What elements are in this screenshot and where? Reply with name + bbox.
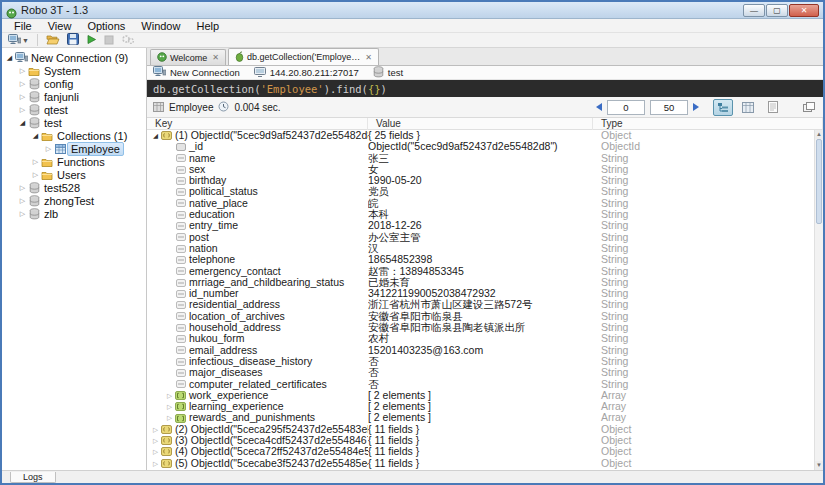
table-row[interactable]: residential_address浙江省杭州市萧山区建设三路572号Stri… (147, 299, 823, 310)
table-row[interactable]: ▷learning_experience[ 2 elements ]Array (147, 401, 823, 412)
sidebar-item-functions[interactable]: ▷Functions (2, 155, 146, 168)
expand-arrow-icon[interactable]: ▷ (18, 93, 27, 101)
menu-window[interactable]: Window (133, 19, 188, 33)
table-row[interactable]: native_place皖String (147, 198, 823, 209)
table-row[interactable]: ▷(2) ObjectId("5ceca295f52437d2e55483eb"… (147, 424, 823, 435)
expand-arrow-icon[interactable]: ▷ (18, 67, 27, 75)
table-row[interactable]: emergency_contact赵雷：13894853345String (147, 266, 823, 277)
sidebar-item-qtest[interactable]: ▷qtest (2, 103, 146, 116)
column-header-type[interactable]: Type (593, 118, 823, 130)
table-row[interactable]: post办公室主管String (147, 232, 823, 243)
table-row[interactable]: ▷work_experience[ 2 elements ]Array (147, 390, 823, 401)
expand-arrow-icon[interactable]: ▷ (18, 197, 27, 205)
stop-button[interactable] (102, 33, 116, 47)
table-row[interactable]: major_diseases否String (147, 367, 823, 378)
query-editor[interactable]: db.getCollection('Employee').find({}) (147, 80, 823, 97)
page-next-icon[interactable] (693, 103, 699, 111)
maximize-button[interactable]: ▢ (766, 4, 788, 17)
vertical-scrollbar[interactable]: ▲ ▼ (814, 130, 823, 470)
expand-arrow-icon[interactable]: ▷ (18, 80, 27, 88)
save-button[interactable] (65, 33, 81, 47)
sidebar-item-system[interactable]: ▷System (2, 64, 146, 77)
menu-help[interactable]: Help (188, 19, 227, 33)
table-row[interactable]: ▷rewards_and_punishments[ 2 elements ]Ar… (147, 412, 823, 423)
table-row[interactable]: mrriage_and_childbearing_status已婚未育Strin… (147, 277, 823, 288)
table-row[interactable]: email_address15201403235@163.comString (147, 345, 823, 356)
scroll-down-icon[interactable]: ▼ (815, 461, 823, 470)
text-view-button[interactable] (763, 99, 783, 116)
tab-close-icon[interactable]: ✕ (365, 53, 372, 62)
page-prev-icon[interactable] (596, 103, 602, 111)
column-header-value[interactable]: Value (368, 118, 593, 130)
table-row[interactable]: name张三String (147, 153, 823, 164)
table-row[interactable]: id_number3412211990052038472932String (147, 288, 823, 299)
expand-arrow-icon[interactable]: ▷ (151, 458, 160, 469)
table-row[interactable]: entry_time2018-12-26String (147, 220, 823, 231)
tab-close-icon[interactable]: ✕ (212, 53, 219, 62)
scrollbar-thumb[interactable] (816, 139, 822, 224)
table-row[interactable]: ▷(4) ObjectId("5ceca72ff52437d2e55484e5"… (147, 446, 823, 457)
options-button[interactable] (119, 33, 137, 47)
table-row[interactable]: _idObjectId("5cec9d9af52437d2e55482d8")O… (147, 141, 823, 152)
collapse-arrow-icon[interactable]: ◢ (5, 54, 14, 62)
collapse-arrow-icon[interactable]: ◢ (31, 132, 40, 140)
logs-button[interactable]: Logs (10, 472, 56, 483)
table-row[interactable]: telephone18654852398String (147, 254, 823, 265)
collapse-arrow-icon[interactable]: ◢ (18, 119, 27, 127)
tab-query[interactable]: db.getCollection('Employe…✕ (228, 48, 379, 65)
expand-arrow-icon[interactable]: ▷ (165, 401, 174, 412)
tab-welcome[interactable]: Welcome✕ (150, 49, 226, 65)
sidebar-item-zhongtest[interactable]: ▷zhongTest (2, 194, 146, 207)
sidebar-item-fanjunli[interactable]: ▷fanjunli (2, 90, 146, 103)
execute-button[interactable] (84, 33, 99, 47)
expand-arrow-icon[interactable]: ▷ (18, 184, 27, 192)
close-button[interactable]: ✕ (789, 4, 819, 17)
sidebar-item-users[interactable]: ▷Users (2, 168, 146, 181)
expand-arrow-icon[interactable]: ▷ (31, 171, 40, 179)
expand-arrow-icon[interactable]: ▷ (165, 412, 174, 423)
table-row[interactable]: location_of_archives安徽省阜阳市临泉县String (147, 311, 823, 322)
table-row[interactable]: birthday1990-05-20String (147, 175, 823, 186)
dropdown-arrow-icon[interactable]: ▼ (22, 37, 29, 44)
expand-arrow-icon[interactable]: ▷ (44, 145, 53, 153)
sidebar-item-test[interactable]: ◢test (2, 116, 146, 129)
expand-arrow-icon[interactable]: ▷ (151, 446, 160, 457)
minimize-button[interactable]: — (743, 4, 765, 17)
column-header-key[interactable]: Key (147, 118, 368, 130)
scroll-up-icon[interactable]: ▲ (815, 130, 823, 139)
sidebar-item-zlb[interactable]: ▷zlb (2, 207, 146, 220)
open-button[interactable] (44, 33, 62, 47)
expand-arrow-icon[interactable]: ▷ (18, 210, 27, 218)
table-row[interactable]: ▷(5) ObjectId("5cecabe3f52437d2e55485e4"… (147, 458, 823, 469)
page-start-input[interactable] (607, 100, 645, 115)
sidebar-item-label: New Connection (9) (28, 52, 131, 64)
table-row[interactable]: political_status党员String (147, 186, 823, 197)
table-view-button[interactable] (738, 99, 758, 116)
sidebar-item-employee[interactable]: ▷Employee (2, 142, 146, 155)
sidebar-item-test528[interactable]: ▷test528 (2, 181, 146, 194)
tree-view-button[interactable] (713, 99, 733, 116)
expand-arrow-icon[interactable]: ▷ (18, 106, 27, 114)
table-row[interactable]: ▷(3) ObjectId("5ceca4cdf52437d2e5548467"… (147, 435, 823, 446)
table-row[interactable]: hukou_form农村String (147, 333, 823, 344)
table-row[interactable]: education本科String (147, 209, 823, 220)
table-row[interactable]: sex女String (147, 164, 823, 175)
row-type: Object (593, 435, 823, 446)
table-row[interactable]: computer_related_certificates否String (147, 379, 823, 390)
detach-window-button[interactable] (799, 99, 819, 116)
window-title: Robo 3T - 1.3 (21, 2, 88, 19)
table-row[interactable]: infectious_disease_history否String (147, 356, 823, 367)
sidebar-item-new-connection-9[interactable]: ◢New Connection (9) (2, 51, 146, 64)
expand-arrow-icon[interactable]: ▷ (151, 435, 160, 446)
connections-button[interactable]: ▼ (6, 33, 31, 47)
expand-arrow-icon[interactable]: ▷ (31, 158, 40, 166)
table-row[interactable]: household_address安徽省阜阳市临泉县陶老镇派出所String (147, 322, 823, 333)
table-row[interactable]: nation汉String (147, 243, 823, 254)
collapse-arrow-icon[interactable]: ◢ (151, 130, 160, 141)
sidebar-item-config[interactable]: ▷config (2, 77, 146, 90)
page-size-input[interactable] (650, 100, 688, 115)
table-row[interactable]: ◢(1) ObjectId("5cec9d9af52437d2e55482d8"… (147, 130, 823, 141)
expand-arrow-icon[interactable]: ▷ (165, 390, 174, 401)
sidebar-item-collections-1[interactable]: ◢Collections (1) (2, 129, 146, 142)
expand-arrow-icon[interactable]: ▷ (151, 424, 160, 435)
